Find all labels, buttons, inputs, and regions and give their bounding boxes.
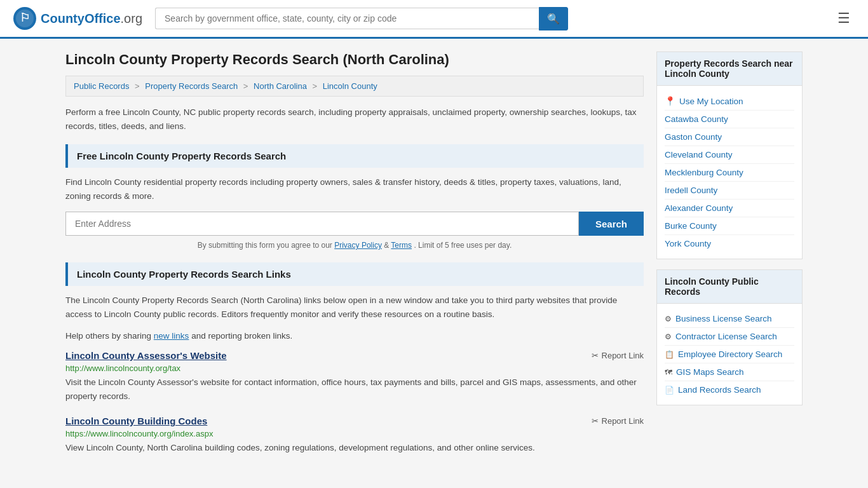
form-disclaimer: By submitting this form you agree to our… bbox=[65, 241, 644, 250]
record-url-assessor: http://www.lincolncounty.org/tax bbox=[65, 363, 644, 373]
gear-icon-contractor: ⚙ bbox=[665, 332, 672, 341]
address-search-form: Search bbox=[65, 212, 644, 236]
report-link-button-building[interactable]: ✂ Report Link bbox=[592, 416, 644, 426]
record-desc-assessor: Visit the Lincoln County Assessor's webs… bbox=[65, 376, 644, 403]
sidebar-county-iredell[interactable]: Iredell County bbox=[665, 182, 794, 200]
new-links-link[interactable]: new links bbox=[154, 331, 189, 341]
intro-text: Perform a free Lincoln County, NC public… bbox=[65, 105, 644, 133]
privacy-policy-link[interactable]: Privacy Policy bbox=[334, 241, 382, 250]
logo[interactable]: ⚐ CountyOffice.org bbox=[13, 6, 142, 30]
links-desc-2: Help others by sharing new links and rep… bbox=[65, 329, 644, 343]
report-link-button-assessor[interactable]: ✂ Report Link bbox=[592, 351, 644, 360]
sidebar-county-alexander[interactable]: Alexander County bbox=[665, 200, 794, 217]
address-search-button[interactable]: Search bbox=[579, 212, 644, 236]
links-section: Lincoln County Property Records Search L… bbox=[65, 262, 644, 455]
sidebar-employee-directory[interactable]: 📋 Employee Directory Search bbox=[665, 346, 794, 363]
sidebar-county-york[interactable]: York County bbox=[665, 235, 794, 252]
use-my-location-link[interactable]: Use My Location bbox=[679, 97, 743, 106]
nearby-section-header: Property Records Search near Lincoln Cou… bbox=[657, 52, 802, 86]
hamburger-menu[interactable]: ☰ bbox=[832, 8, 855, 29]
header-search-button[interactable]: 🔍 bbox=[539, 7, 568, 30]
free-search-desc: Find Lincoln County residential property… bbox=[65, 175, 644, 203]
logo-icon: ⚐ bbox=[13, 6, 37, 30]
record-desc-building: View Lincoln County, North Carolina buil… bbox=[65, 441, 644, 455]
nearby-section-body: 📍 Use My Location Catawba County Gaston … bbox=[657, 86, 802, 259]
sidebar-county-catawba[interactable]: Catawba County bbox=[665, 111, 794, 128]
gear-icon-business: ⚙ bbox=[665, 315, 672, 323]
sidebar-county-burke[interactable]: Burke County bbox=[665, 217, 794, 235]
site-header: ⚐ CountyOffice.org 🔍 ☰ bbox=[0, 0, 868, 39]
breadcrumb: Public Records > Property Records Search… bbox=[65, 76, 644, 97]
record-link-title-building[interactable]: Lincoln County Building Codes bbox=[65, 416, 207, 426]
svg-text:⚐: ⚐ bbox=[20, 11, 30, 24]
main-content: Lincoln County Property Records Search (… bbox=[65, 51, 644, 468]
record-link-title-assessor[interactable]: Lincoln County Assessor's Website bbox=[65, 350, 227, 361]
page-title: Lincoln County Property Records Search (… bbox=[65, 51, 644, 68]
terms-link[interactable]: Terms bbox=[391, 241, 412, 250]
record-url-building: https://www.lincolncounty.org/index.aspx bbox=[65, 429, 644, 438]
sidebar-land-records[interactable]: 📄 Land Records Search bbox=[665, 381, 794, 398]
free-search-heading: Free Lincoln County Property Records Sea… bbox=[65, 144, 644, 168]
sidebar-business-license[interactable]: ⚙ Business License Search bbox=[665, 310, 794, 328]
sidebar-county-mecklenburg[interactable]: Mecklenburg County bbox=[665, 164, 794, 182]
header-search-input[interactable] bbox=[155, 8, 539, 29]
book-icon-employee: 📋 bbox=[665, 350, 674, 359]
land-icon: 📄 bbox=[665, 386, 674, 395]
map-icon-gis: 🗺 bbox=[665, 368, 672, 377]
address-input[interactable] bbox=[65, 212, 579, 236]
sidebar-contractor-license[interactable]: ⚙ Contractor License Search bbox=[665, 328, 794, 346]
links-section-heading: Lincoln County Property Records Search L… bbox=[65, 262, 644, 286]
public-records-section-body: ⚙ Business License Search ⚙ Contractor L… bbox=[657, 304, 802, 405]
nearby-section: Property Records Search near Lincoln Cou… bbox=[656, 51, 803, 259]
sidebar-county-cleveland[interactable]: Cleveland County bbox=[665, 146, 794, 164]
record-link-item: Lincoln County Building Codes ✂ Report L… bbox=[65, 416, 644, 455]
sidebar: Property Records Search near Lincoln Cou… bbox=[656, 51, 803, 468]
location-icon: 📍 bbox=[665, 96, 675, 106]
links-desc-1: The Lincoln County Property Records Sear… bbox=[65, 294, 644, 321]
breadcrumb-north-carolina[interactable]: North Carolina bbox=[254, 81, 307, 91]
logo-text: CountyOffice.org bbox=[41, 11, 142, 26]
breadcrumb-lincoln-county[interactable]: Lincoln County bbox=[323, 81, 377, 91]
sidebar-county-gaston[interactable]: Gaston County bbox=[665, 128, 794, 146]
header-search-bar: 🔍 bbox=[155, 7, 568, 30]
public-records-section: Lincoln County Public Records ⚙ Business… bbox=[656, 269, 803, 405]
record-link-item: Lincoln County Assessor's Website ✂ Repo… bbox=[65, 350, 644, 403]
sidebar-gis-maps[interactable]: 🗺 GIS Maps Search bbox=[665, 363, 794, 381]
public-records-section-header: Lincoln County Public Records bbox=[657, 270, 802, 304]
breadcrumb-public-records[interactable]: Public Records bbox=[74, 81, 129, 91]
breadcrumb-property-records-search[interactable]: Property Records Search bbox=[145, 81, 238, 91]
use-my-location-item[interactable]: 📍 Use My Location bbox=[665, 92, 794, 111]
